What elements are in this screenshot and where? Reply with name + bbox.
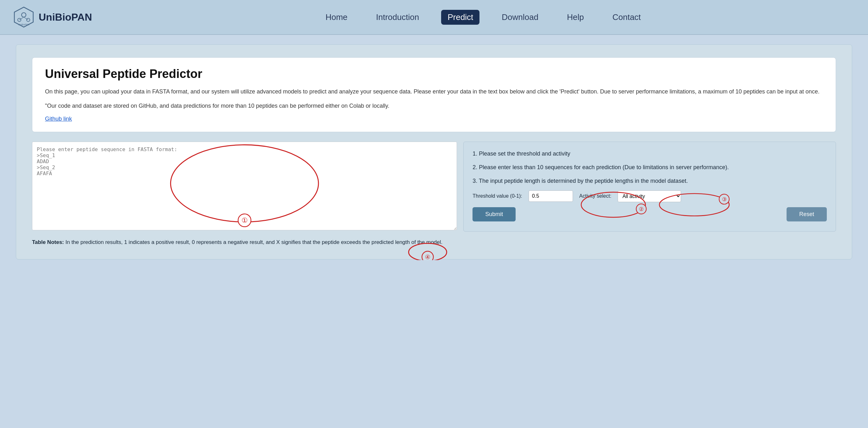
table-notes-area: Table Notes: In the prediction results, … [32, 238, 836, 246]
intro-card: Universal Peptide Predictor On this page… [32, 57, 836, 132]
settings-row: Threshold value (0-1): Activity select: … [472, 190, 827, 202]
instruction-2: 2. Please enter less than 10 sequences f… [472, 163, 827, 172]
github-link[interactable]: Github link [45, 116, 72, 122]
logo-area: UniBioPAN UniBioPAN [13, 6, 92, 28]
threshold-input[interactable] [529, 190, 573, 202]
nav-contact[interactable]: Contact [606, 10, 647, 25]
right-panel: 1. Please set the threshold and activity… [463, 142, 836, 232]
reset-button[interactable]: Reset [786, 207, 827, 222]
nav-help[interactable]: Help [561, 10, 590, 25]
nav-predict[interactable]: Predict [441, 10, 479, 25]
nav-download[interactable]: Download [495, 10, 545, 25]
svg-point-1 [22, 13, 26, 17]
instruction-3: 3. The input peptide length is determine… [472, 177, 827, 185]
description-1: On this page, you can upload your data i… [45, 87, 823, 96]
svg-point-17 [422, 251, 434, 260]
instruction-1: 1. Please set the threshold and activity [472, 150, 827, 158]
activity-label: Activity select: [579, 193, 611, 199]
sequence-textarea[interactable] [32, 142, 457, 230]
logo-text: UniBioPAN [39, 11, 92, 23]
main-nav: Home Introduction Predict Download Help … [111, 10, 855, 25]
nav-introduction[interactable]: Introduction [370, 10, 426, 25]
header: UniBioPAN UniBioPAN Home Introduction Pr… [0, 0, 868, 35]
predict-area: ① 1. Please set the threshold and activi… [32, 142, 836, 232]
logo-icon: UniBioPAN [13, 6, 35, 28]
table-notes: Table Notes: In the prediction results, … [32, 238, 836, 246]
sequence-textarea-wrap: ① [32, 142, 457, 232]
activity-select[interactable]: All activity Antibacterial Antifungal An… [618, 190, 681, 202]
threshold-label: Threshold value (0-1): [472, 193, 522, 199]
nav-home[interactable]: Home [319, 10, 354, 25]
svg-text:UniBioPAN: UniBioPAN [19, 24, 29, 26]
main-container: Universal Peptide Predictor On this page… [0, 35, 868, 269]
svg-text:④: ④ [425, 254, 430, 260]
buttons-row: Submit Reset [472, 207, 827, 222]
description-2: "Our code and dataset are stored on GitH… [45, 101, 823, 110]
page-title: Universal Peptide Predictor [45, 67, 823, 81]
submit-button[interactable]: Submit [472, 207, 516, 222]
content-box: Universal Peptide Predictor On this page… [16, 44, 852, 260]
